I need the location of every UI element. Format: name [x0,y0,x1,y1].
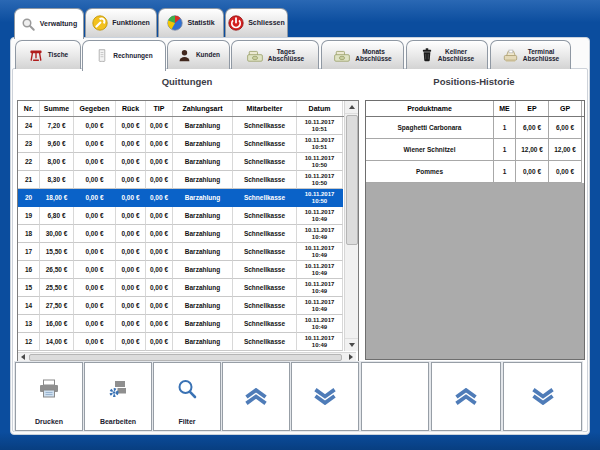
tab-tische[interactable]: Tische [15,40,81,69]
cell: 0,00 € [74,225,116,243]
receipt-row[interactable]: 1316,00 €0,00 €0,00 €0,00 €BarzahlungSch… [18,315,358,333]
tab-label: Tische [48,51,68,59]
tab-tages-abschluesse[interactable]: Tages Abschlüsse [231,40,319,69]
cell: 23 [18,135,40,153]
cell: 12,00 € [516,139,549,161]
col-zahlungsart: Zahlungsart [173,101,233,116]
cell: Schnellkasse [233,189,297,207]
magnifier-icon [21,17,36,32]
receipt-row[interactable]: 1427,50 €0,00 €0,00 €0,00 €BarzahlungSch… [18,297,358,315]
tab-verwaltung[interactable]: Verwaltung [14,8,84,39]
right-triangle-icon [349,354,353,360]
receipt-row[interactable]: 1715,50 €0,00 €0,00 €0,00 €BarzahlungSch… [18,243,358,261]
horizontal-scrollbar-thumb[interactable] [29,354,342,361]
receipt-row[interactable]: 1525,50 €0,00 €0,00 €0,00 €BarzahlungSch… [18,279,358,297]
receipt-row[interactable]: 228,00 €0,00 €0,00 €0,00 €BarzahlungSchn… [18,153,358,171]
tab-label: Schliessen [248,19,285,27]
cell: 17 [18,243,40,261]
chevrons-up-icon [223,363,289,430]
cell: 0,00 € [74,243,116,261]
cell: 0,00 € [146,189,173,207]
tab-label: Rechnungen [113,52,152,60]
cell: 0,00 € [116,315,146,333]
receipts-table: Nr. Summe Gegeben Rück TIP Zahlungsart M… [17,100,359,362]
tab-label: Tages Abschlüsse [268,48,305,63]
cell: 0,00 € [74,315,116,333]
receipts-scroll-up-button[interactable] [222,362,290,431]
down-triangle-icon [349,343,355,347]
position-row[interactable]: Spaghetti Carbonara16,00 €6,00 € [366,117,584,139]
cell: 0,00 € [74,189,116,207]
filter-button[interactable]: Filter [153,362,221,431]
cell: 0,00 € [116,207,146,225]
positions-scroll-down-button[interactable] [503,362,582,431]
positions-scroll-up-button[interactable] [431,362,501,431]
person-icon [177,48,192,63]
cell: 0,00 € [116,333,146,351]
receipt-row[interactable]: 218,30 €0,00 €0,00 €0,00 €BarzahlungSchn… [18,171,358,189]
pos-admin-window: VerwaltungFunktionenStatistikSchliessen … [0,0,600,450]
receipt-row[interactable]: 239,60 €0,00 €0,00 €0,00 €BarzahlungSchn… [18,135,358,153]
scroll-left-arrow[interactable] [18,353,28,360]
cell-datum: 10.11.201710:49 [297,261,343,279]
button-label: Bearbeiten [85,418,151,425]
cell: 0,00 € [516,161,549,183]
cell: 0,00 € [116,135,146,153]
cell: 15 [18,279,40,297]
scroll-down-arrow[interactable] [345,338,358,351]
horizontal-scrollbar[interactable] [18,352,356,361]
receipt-row[interactable]: 1830,00 €0,00 €0,00 €0,00 €BarzahlungSch… [18,225,358,243]
trash-icon [420,47,434,63]
piechart-icon [167,15,183,31]
cell: Schnellkasse [233,261,297,279]
tab-rechnungen[interactable]: Rechnungen [82,40,166,71]
cell: Schnellkasse [233,279,297,297]
cell: 0,00 € [146,135,173,153]
cell-datum: 10.11.201710:50 [297,171,343,189]
tab-label: Statistik [187,19,214,27]
vertical-scrollbar[interactable] [344,101,358,351]
spare-button[interactable] [361,362,429,431]
cell: 1 [494,117,516,139]
tab-terminal-abschluesse[interactable]: Terminal Abschlüsse [490,40,571,69]
receipts-rows: 247,20 €0,00 €0,00 €0,00 €BarzahlungSchn… [18,117,358,351]
receipt-row[interactable]: 1626,50 €0,00 €0,00 €0,00 €BarzahlungSch… [18,261,358,279]
tab-schliessen[interactable]: Schliessen [225,8,288,37]
receipt-row[interactable]: 2018,00 €0,00 €0,00 €0,00 €BarzahlungSch… [18,189,358,207]
scroll-right-arrow[interactable] [346,353,356,360]
cell: 1 [494,161,516,183]
tab-funktionen[interactable]: Funktionen [85,8,157,37]
cell: Barzahlung [173,279,233,297]
bearbeiten-button[interactable]: Bearbeiten [84,362,152,431]
cell: 0,00 € [146,315,173,333]
col-ep: EP [516,101,549,116]
tab-label: Funktionen [112,19,150,27]
cell: Spaghetti Carbonara [366,117,494,139]
position-row[interactable]: Wiener Schnitzel112,00 €12,00 € [366,139,584,161]
tab-kellner-abschluesse[interactable]: Kellner Abschlüsse [406,40,488,69]
position-row[interactable]: Pommes10,00 €0,00 € [366,161,584,183]
cell: 8,00 € [40,153,74,171]
drucken-button[interactable]: Drucken [15,362,83,431]
wrench-icon [92,15,108,31]
receipts-scroll-down-button[interactable] [291,362,359,431]
scroll-up-arrow[interactable] [345,101,358,114]
cell: 0,00 € [116,189,146,207]
vertical-scrollbar-thumb[interactable] [346,115,358,245]
tab-monats-abschluesse[interactable]: Monats Abschlüsse [321,40,404,69]
cell: 0,00 € [549,161,582,183]
col-produktname: Produktname [366,101,494,116]
tab-statistik[interactable]: Statistik [158,8,224,37]
tab-kunden[interactable]: Kunden [167,40,230,69]
cell: 14,00 € [40,333,74,351]
cell: 30,00 € [40,225,74,243]
receipt-row[interactable]: 196,80 €0,00 €0,00 €0,00 €BarzahlungSchn… [18,207,358,225]
receipt-row[interactable]: 247,20 €0,00 €0,00 €0,00 €BarzahlungSchn… [18,117,358,135]
cell: 0,00 € [74,117,116,135]
cell: 25,50 € [40,279,74,297]
cell: 21 [18,171,40,189]
receipt-row[interactable]: 1214,00 €0,00 €0,00 €0,00 €BarzahlungSch… [18,333,358,351]
chevrons-down-icon [504,363,581,430]
cell: Barzahlung [173,315,233,333]
cell: 16 [18,261,40,279]
